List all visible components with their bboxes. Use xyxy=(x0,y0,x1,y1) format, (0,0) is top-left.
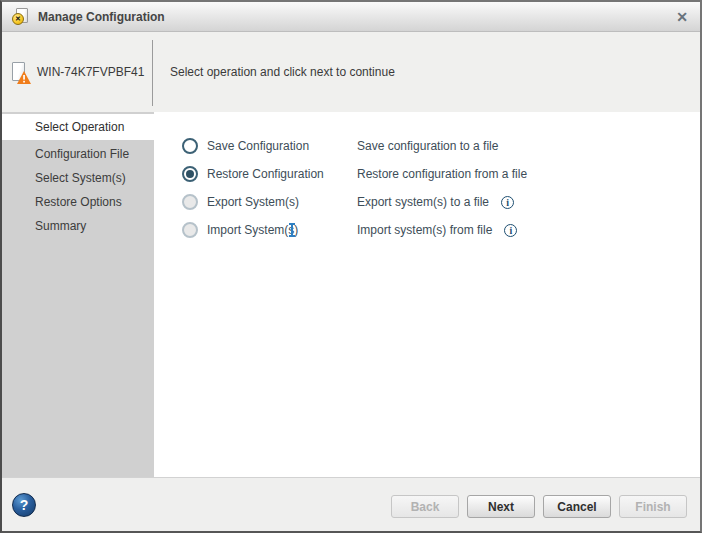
option-description: Export system(s) to a file xyxy=(357,195,489,209)
step-select-systems: Select System(s) xyxy=(2,166,154,190)
close-icon[interactable]: ✕ xyxy=(676,10,688,24)
option-label[interactable]: Import System(s) xyxy=(207,223,357,237)
manage-configuration-dialog: ✕ Manage Configuration ✕ WIN-74K7FVPBF41… xyxy=(0,0,702,533)
wizard-instruction: Select operation and click next to conti… xyxy=(152,32,700,112)
warning-triangle-icon xyxy=(17,71,31,84)
step-select-operation[interactable]: Select Operation xyxy=(2,114,154,140)
finish-button[interactable]: Finish xyxy=(619,495,687,518)
next-button[interactable]: Next xyxy=(467,495,535,518)
footer-bar: ? Back Next Cancel Finish xyxy=(2,477,700,531)
back-button[interactable]: Back xyxy=(391,495,459,518)
step-summary: Summary xyxy=(2,214,154,238)
step-configuration-file: Configuration File xyxy=(2,142,154,166)
operation-options: Save Configuration Save configuration to… xyxy=(154,112,700,477)
option-save-configuration: Save Configuration Save configuration to… xyxy=(154,132,700,160)
option-label-text: Import System(s) xyxy=(207,223,298,237)
wizard-steps: Select Operation Configuration File Sele… xyxy=(2,112,154,477)
step-restore-options: Restore Options xyxy=(2,190,154,214)
option-description: Import system(s) from file xyxy=(357,223,492,237)
cancel-button[interactable]: Cancel xyxy=(543,495,611,518)
option-export-systems: Export System(s) Export system(s) to a f… xyxy=(154,188,700,216)
header-divider xyxy=(152,40,153,106)
help-icon[interactable]: ? xyxy=(12,493,36,517)
option-description: Restore configuration from a file xyxy=(357,167,527,181)
host-name: WIN-74K7FVPBF41 xyxy=(37,65,144,79)
title-bar: ✕ Manage Configuration ✕ xyxy=(2,2,700,32)
wizard-header: WIN-74K7FVPBF41 Select operation and cli… xyxy=(2,32,700,112)
host-section: WIN-74K7FVPBF41 xyxy=(2,32,152,112)
manage-configuration-icon: ✕ xyxy=(12,8,30,25)
tools-badge-icon: ✕ xyxy=(12,13,24,25)
option-label[interactable]: Restore Configuration xyxy=(207,167,357,181)
wizard-body: Select Operation Configuration File Sele… xyxy=(2,112,700,477)
host-warning-icon xyxy=(12,62,30,83)
footer-buttons: Back Next Cancel Finish xyxy=(391,495,687,518)
info-icon[interactable]: i xyxy=(504,224,517,237)
option-label[interactable]: Export System(s) xyxy=(207,195,357,209)
option-restore-configuration: Restore Configuration Restore configurat… xyxy=(154,160,700,188)
radio-import-systems[interactable] xyxy=(182,222,198,238)
radio-export-systems[interactable] xyxy=(182,194,198,210)
option-description: Save configuration to a file xyxy=(357,139,498,153)
option-import-systems: Import System(s) Import system(s) from f… xyxy=(154,216,700,244)
radio-save-configuration[interactable] xyxy=(182,138,198,154)
info-icon[interactable]: i xyxy=(501,196,514,209)
window-title: Manage Configuration xyxy=(38,10,165,24)
option-label[interactable]: Save Configuration xyxy=(207,139,357,153)
text-cursor-ibeam xyxy=(291,223,293,237)
radio-restore-configuration[interactable] xyxy=(182,166,198,182)
